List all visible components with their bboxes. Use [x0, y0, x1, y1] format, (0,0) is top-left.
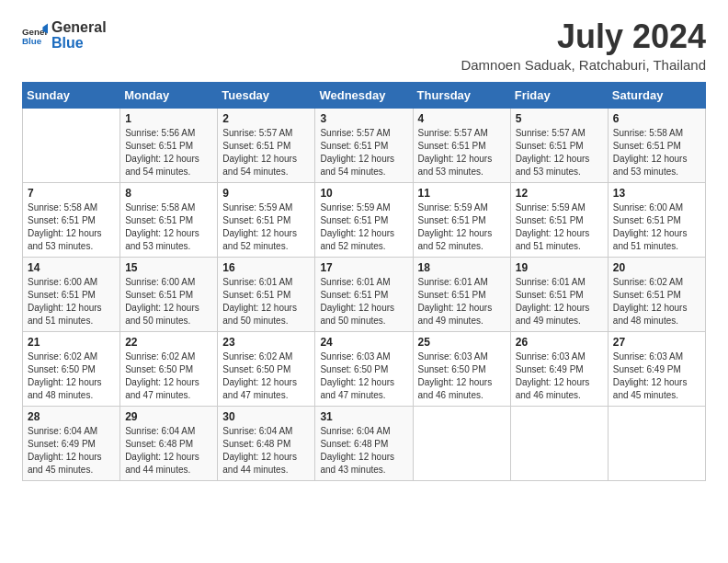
sunset-text: Sunset: 6:51 PM — [516, 215, 584, 225]
sunrise-text: Sunrise: 5:58 AM — [613, 128, 683, 138]
daylight-text: Daylight: 12 hours and 45 minutes. — [613, 377, 688, 400]
week-row-1: 1Sunrise: 5:56 AMSunset: 6:51 PMDaylight… — [23, 108, 706, 182]
day-number: 6 — [613, 112, 700, 125]
sunset-text: Sunset: 6:51 PM — [613, 141, 681, 151]
daylight-text: Daylight: 12 hours and 47 minutes. — [125, 377, 199, 400]
sunset-text: Sunset: 6:51 PM — [28, 215, 96, 225]
day-number: 3 — [320, 112, 407, 125]
sunrise-text: Sunrise: 6:01 AM — [418, 277, 488, 287]
daylight-text: Daylight: 12 hours and 53 minutes. — [418, 154, 493, 177]
day-cell-4-4: 24Sunrise: 6:03 AMSunset: 6:50 PMDayligh… — [315, 331, 413, 406]
day-cell-1-5: 4Sunrise: 5:57 AMSunset: 6:51 PMDaylight… — [413, 108, 510, 182]
day-cell-3-5: 18Sunrise: 6:01 AMSunset: 6:51 PMDayligh… — [413, 257, 510, 331]
sunset-text: Sunset: 6:51 PM — [320, 215, 388, 225]
calendar-header: Sunday Monday Tuesday Wednesday Thursday… — [23, 82, 706, 108]
sunset-text: Sunset: 6:51 PM — [222, 215, 290, 225]
day-info: Sunrise: 6:02 AMSunset: 6:51 PMDaylight:… — [613, 276, 700, 327]
day-cell-4-2: 22Sunrise: 6:02 AMSunset: 6:50 PMDayligh… — [120, 331, 218, 406]
svg-text:Blue: Blue — [22, 36, 42, 46]
day-cell-1-7: 6Sunrise: 5:58 AMSunset: 6:51 PMDaylight… — [608, 108, 705, 182]
day-cell-3-1: 14Sunrise: 6:00 AMSunset: 6:51 PMDayligh… — [23, 257, 120, 331]
day-number: 11 — [418, 187, 506, 200]
day-cell-5-1: 28Sunrise: 6:04 AMSunset: 6:49 PMDayligh… — [23, 406, 120, 480]
logo-blue: Blue — [51, 34, 107, 52]
day-number: 4 — [418, 112, 506, 125]
day-cell-5-3: 30Sunrise: 6:04 AMSunset: 6:48 PMDayligh… — [218, 406, 315, 480]
header: General Blue General Blue July 2024 Damn… — [22, 18, 706, 73]
day-info: Sunrise: 6:02 AMSunset: 6:50 PMDaylight:… — [28, 350, 115, 402]
sunrise-text: Sunrise: 6:00 AM — [613, 202, 683, 213]
day-cell-2-7: 13Sunrise: 6:00 AMSunset: 6:51 PMDayligh… — [608, 182, 705, 257]
sunset-text: Sunset: 6:50 PM — [418, 364, 486, 374]
day-info: Sunrise: 5:57 AMSunset: 6:51 PMDaylight:… — [222, 127, 310, 178]
day-info: Sunrise: 6:02 AMSunset: 6:50 PMDaylight:… — [222, 350, 310, 402]
sunrise-text: Sunrise: 6:00 AM — [28, 277, 97, 287]
day-cell-2-3: 9Sunrise: 5:59 AMSunset: 6:51 PMDaylight… — [218, 182, 315, 257]
daylight-text: Daylight: 12 hours and 51 minutes. — [516, 228, 590, 251]
day-info: Sunrise: 5:57 AMSunset: 6:51 PMDaylight:… — [320, 127, 407, 178]
week-row-3: 14Sunrise: 6:00 AMSunset: 6:51 PMDayligh… — [23, 257, 706, 331]
day-number: 27 — [613, 336, 700, 349]
daylight-text: Daylight: 12 hours and 44 minutes. — [125, 452, 199, 475]
sunrise-text: Sunrise: 5:57 AM — [222, 128, 292, 138]
sunrise-text: Sunrise: 5:59 AM — [222, 202, 292, 213]
logo-text: General Blue — [51, 18, 107, 52]
col-friday: Friday — [510, 82, 608, 108]
col-thursday: Thursday — [413, 82, 510, 108]
day-info: Sunrise: 5:59 AMSunset: 6:51 PMDaylight:… — [222, 201, 310, 253]
col-wednesday: Wednesday — [315, 82, 413, 108]
daylight-text: Daylight: 12 hours and 51 minutes. — [28, 303, 102, 326]
sunrise-text: Sunrise: 5:58 AM — [125, 202, 195, 213]
sunset-text: Sunset: 6:51 PM — [125, 141, 193, 151]
sunrise-text: Sunrise: 6:01 AM — [320, 277, 390, 287]
day-cell-1-4: 3Sunrise: 5:57 AMSunset: 6:51 PMDaylight… — [315, 108, 413, 182]
day-number: 30 — [222, 410, 310, 423]
sunset-text: Sunset: 6:51 PM — [320, 290, 388, 300]
day-number: 9 — [222, 187, 310, 200]
daylight-text: Daylight: 12 hours and 47 minutes. — [222, 377, 297, 400]
day-cell-1-2: 1Sunrise: 5:56 AMSunset: 6:51 PMDaylight… — [120, 108, 218, 182]
day-number: 28 — [28, 410, 115, 423]
calendar-body: 1Sunrise: 5:56 AMSunset: 6:51 PMDaylight… — [23, 108, 706, 480]
sunrise-text: Sunrise: 6:03 AM — [320, 351, 390, 362]
day-cell-4-1: 21Sunrise: 6:02 AMSunset: 6:50 PMDayligh… — [23, 331, 120, 406]
sunrise-text: Sunrise: 5:59 AM — [418, 202, 488, 213]
sunset-text: Sunset: 6:51 PM — [418, 290, 486, 300]
day-number: 17 — [320, 261, 407, 274]
daylight-text: Daylight: 12 hours and 44 minutes. — [222, 452, 297, 475]
daylight-text: Daylight: 12 hours and 53 minutes. — [125, 228, 199, 251]
day-number: 15 — [125, 261, 212, 274]
day-info: Sunrise: 6:02 AMSunset: 6:50 PMDaylight:… — [125, 350, 212, 402]
sunrise-text: Sunrise: 5:56 AM — [125, 128, 195, 138]
col-monday: Monday — [120, 82, 218, 108]
sunrise-text: Sunrise: 6:00 AM — [125, 277, 195, 287]
sunrise-text: Sunrise: 6:01 AM — [516, 277, 586, 287]
sunrise-text: Sunrise: 6:01 AM — [222, 277, 292, 287]
sunrise-text: Sunrise: 6:02 AM — [222, 351, 292, 362]
daylight-text: Daylight: 12 hours and 52 minutes. — [222, 228, 297, 251]
sunset-text: Sunset: 6:48 PM — [222, 439, 290, 449]
daylight-text: Daylight: 12 hours and 50 minutes. — [222, 303, 297, 326]
day-info: Sunrise: 6:01 AMSunset: 6:51 PMDaylight:… — [516, 276, 603, 327]
week-row-5: 28Sunrise: 6:04 AMSunset: 6:49 PMDayligh… — [23, 406, 706, 480]
week-row-2: 7Sunrise: 5:58 AMSunset: 6:51 PMDaylight… — [23, 182, 706, 257]
day-info: Sunrise: 6:01 AMSunset: 6:51 PMDaylight:… — [418, 276, 506, 327]
day-cell-4-7: 27Sunrise: 6:03 AMSunset: 6:49 PMDayligh… — [608, 331, 705, 406]
day-info: Sunrise: 5:57 AMSunset: 6:51 PMDaylight:… — [516, 127, 603, 178]
day-number: 21 — [28, 336, 115, 349]
day-number: 7 — [28, 187, 115, 200]
day-cell-2-6: 12Sunrise: 5:59 AMSunset: 6:51 PMDayligh… — [510, 182, 608, 257]
logo-icon: General Blue — [22, 22, 48, 48]
col-saturday: Saturday — [608, 82, 705, 108]
sunset-text: Sunset: 6:50 PM — [222, 364, 290, 374]
day-info: Sunrise: 5:58 AMSunset: 6:51 PMDaylight:… — [613, 127, 700, 178]
sunset-text: Sunset: 6:51 PM — [613, 290, 681, 300]
day-number: 31 — [320, 410, 407, 423]
daylight-text: Daylight: 12 hours and 53 minutes. — [516, 154, 590, 177]
sunset-text: Sunset: 6:51 PM — [418, 215, 486, 225]
day-cell-3-3: 16Sunrise: 6:01 AMSunset: 6:51 PMDayligh… — [218, 257, 315, 331]
daylight-text: Daylight: 12 hours and 48 minutes. — [28, 377, 102, 400]
day-info: Sunrise: 5:58 AMSunset: 6:51 PMDaylight:… — [125, 201, 212, 253]
daylight-text: Daylight: 12 hours and 52 minutes. — [320, 228, 394, 251]
day-cell-5-5 — [413, 406, 510, 480]
